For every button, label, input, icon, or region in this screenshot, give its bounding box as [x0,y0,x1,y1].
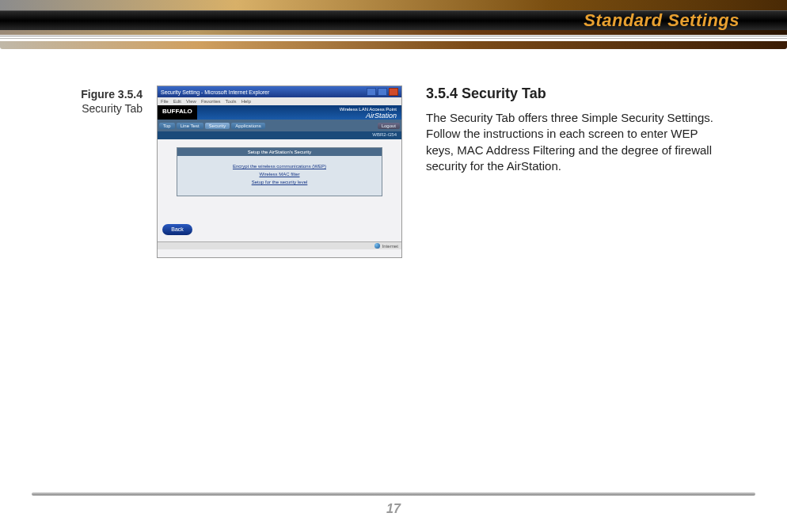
header-rule-1 [0,36,787,36]
screenshot: Security Setting - Microsoft Internet Ex… [157,86,402,258]
header-accent-top [0,0,787,11]
header-bar: Standard Settings [0,11,787,30]
menu-edit[interactable]: Edit [173,99,181,104]
browser-statusbar: Internet [158,241,401,249]
internet-zone-icon [374,243,380,249]
menu-view[interactable]: View [186,99,196,104]
tab-line-test[interactable]: Line Test [177,123,203,129]
brand-right: Wireless LAN Access Point AirStation [197,105,401,120]
brand-name: AirStation [366,112,397,120]
content-row: Figure 3.5.4 Security Tab Security Setti… [65,86,755,258]
menu-tools[interactable]: Tools [226,99,237,104]
page-title: Standard Settings [584,10,739,31]
link-mac-filter[interactable]: Wireless MAC filter [177,172,382,177]
close-button[interactable] [389,88,398,96]
tab-logout[interactable]: Logout [378,123,400,129]
footer-rule [32,492,755,496]
figure-number: Figure 3.5.4 [81,88,143,101]
section-heading: 3.5.4 Security Tab [426,86,717,102]
figure-label: Figure 3.5.4 Security Tab [65,86,143,258]
browser-content: BUFFALO Wireless LAN Access Point AirSta… [158,105,401,249]
tab-applications[interactable]: Applications [231,123,264,129]
menu-help[interactable]: Help [241,99,251,104]
back-button[interactable]: Back [162,224,192,235]
page-number: 17 [0,502,787,516]
link-security-level[interactable]: Setup for the security level [177,180,382,184]
figure-caption: Security Tab [82,102,143,115]
brand-logo: BUFFALO [158,105,197,120]
tab-row: Top Line Test Security Applications Logo… [158,120,401,131]
browser-title: Security Setting - Microsoft Internet Ex… [161,89,269,95]
section-body: The Security Tab offers three Simple Sec… [426,110,717,174]
panel-title: Setup the AirStation's Security [177,148,382,156]
panel-body: Encrypt the wireless communications (WEP… [177,156,382,196]
security-panel: Setup the AirStation's Security Encrypt … [177,147,382,196]
text-column: 3.5.4 Security Tab The Security Tab offe… [416,86,717,258]
window-buttons [367,88,398,96]
minimize-button[interactable] [367,88,376,96]
link-wep[interactable]: Encrypt the wireless communications (WEP… [177,164,382,169]
browser-menubar: File Edit View Favorites Tools Help [158,97,401,105]
maximize-button[interactable] [378,88,387,96]
header-rule-2 [0,38,787,39]
status-zone: Internet [382,244,398,249]
menu-favorites[interactable]: Favorites [201,99,221,104]
browser-titlebar: Security Setting - Microsoft Internet Ex… [158,86,401,97]
brand-row: BUFFALO Wireless LAN Access Point AirSta… [158,105,401,120]
header-accent-bottom [0,41,787,49]
header-band: Standard Settings [0,0,787,62]
tab-security[interactable]: Security [205,123,230,129]
model-label: WBR2-G54 [158,131,401,139]
tab-top[interactable]: Top [159,123,175,129]
menu-file[interactable]: File [161,99,169,104]
